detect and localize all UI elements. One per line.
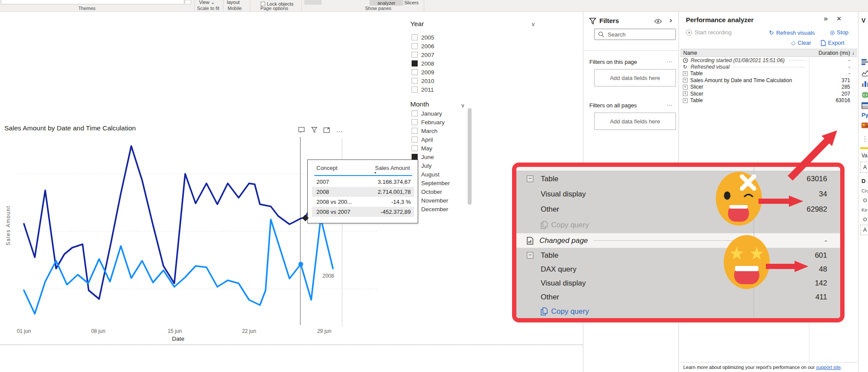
month-option-may[interactable]: May — [412, 144, 432, 153]
perf-row-refreshed-visual[interactable]: ↻ Refreshed visual- — [680, 63, 857, 70]
checkbox[interactable] — [412, 136, 418, 143]
perf-row-recording-started[interactable]: Recording started (01/08/2021 15:51:06)- — [680, 57, 857, 63]
toggle-off-fragment[interactable]: O — [863, 198, 867, 203]
table-visual-icon[interactable] — [861, 102, 868, 109]
checkbox[interactable] — [412, 34, 418, 40]
clear-button[interactable]: ◇ Clear — [791, 40, 811, 46]
perf-grid-header[interactable]: Name Duration (ms) ↓ — [680, 49, 857, 57]
checkbox[interactable] — [412, 78, 418, 84]
bar-chart-visual-icon[interactable] — [861, 59, 868, 66]
series-2008-line[interactable] — [24, 218, 333, 314]
refresh-visuals-button[interactable]: ↻ Refresh visuals — [769, 29, 815, 36]
export-button[interactable]: Export — [821, 40, 845, 46]
close-pane-icon[interactable]: × — [837, 14, 841, 23]
add-fields-dropzone-page[interactable]: Add data fields here — [594, 69, 676, 86]
tooltip-header-underline — [314, 175, 412, 176]
overlay-row-changed-page[interactable]: Changed page - — [516, 233, 840, 248]
collapse-icon[interactable]: − — [527, 252, 533, 259]
toggle-off-fragment[interactable]: O — [863, 217, 867, 222]
chevron-down-icon[interactable]: ∨ — [531, 21, 535, 27]
collapse-icon[interactable]: − — [527, 176, 533, 182]
month-option-january[interactable]: January — [412, 109, 442, 118]
checkbox[interactable] — [412, 128, 418, 134]
analyzer-button-label: analyzer — [377, 0, 396, 6]
drillthrough-label-fragment: D — [861, 178, 865, 184]
view-dropdown[interactable]: View ⌄ — [199, 0, 215, 5]
perf-row-slicer[interactable]: + Slicer285 — [680, 84, 857, 90]
sync-slicers-ribbon-button[interactable]: Slicers — [404, 0, 419, 5]
python-visual-icon[interactable]: Py — [861, 112, 868, 118]
copy-icon — [541, 221, 548, 229]
year-option-2010[interactable]: 2010 — [412, 76, 434, 85]
expand-icon[interactable]: + — [683, 91, 688, 96]
layout-button[interactable]: layout — [227, 0, 239, 5]
add-field-well-fragment[interactable]: A — [860, 162, 868, 173]
year-option-2008[interactable]: 2008 — [412, 59, 434, 68]
col-duration[interactable]: Duration (ms) — [818, 50, 850, 56]
more-options-icon[interactable]: … — [667, 57, 673, 63]
col-name[interactable]: Name — [683, 50, 697, 56]
overlay-row-copy-query-link[interactable]: Copy query — [516, 304, 840, 319]
line-chart-visual-icon[interactable] — [861, 70, 868, 76]
expand-pane-icon[interactable]: » — [824, 14, 828, 23]
themes-gallery-scroll[interactable] — [185, 0, 191, 4]
expand-icon[interactable]: + — [683, 98, 688, 103]
checkbox[interactable] — [412, 43, 418, 49]
expand-icon[interactable]: + — [683, 78, 688, 83]
start-recording-button[interactable]: Start recording — [686, 29, 732, 36]
chart-tooltip: Concept Sales Amount ▼ 20073.166.374,67 … — [307, 159, 418, 223]
perf-row-table-63016[interactable]: + Table63016 — [680, 97, 857, 103]
checkbox[interactable] — [412, 52, 418, 58]
perf-row-table[interactable]: + Table- — [680, 70, 857, 77]
support-site-link[interactable]: support site — [816, 365, 841, 370]
year-option-2011[interactable]: 2011 — [412, 85, 434, 94]
values-label-fragment: Va — [861, 153, 868, 159]
add-fields-dropzone-all[interactable]: Add data fields here — [594, 113, 676, 130]
ribbon-separator — [424, 0, 424, 11]
year-option-2005[interactable]: 2005 — [412, 33, 434, 42]
checkbox[interactable] — [412, 60, 418, 66]
hovered-point-marker — [299, 262, 303, 267]
chevron-down-icon[interactable]: ∨ — [461, 102, 465, 109]
filters-search-box[interactable]: Search — [594, 29, 676, 40]
refresh-visuals-label: Refresh visuals — [776, 30, 815, 36]
star-struck-emoji — [723, 234, 771, 290]
stop-button[interactable]: ◎ Stop — [830, 29, 848, 36]
overlay-row-copy-query-disabled[interactable]: Copy query — [516, 217, 840, 233]
ribbon-cutoff-button[interactable] — [304, 0, 322, 5]
more-options-icon[interactable]: … — [667, 100, 673, 107]
performance-analyzer-ribbon-button[interactable]: analyzer — [369, 0, 403, 6]
add-field-well-fragment[interactable]: A — [860, 225, 868, 235]
month-option-february[interactable]: February — [412, 118, 445, 126]
divider — [680, 362, 857, 362]
overlay-row-other-411[interactable]: Other 411 — [516, 290, 840, 304]
year-option-2006[interactable]: 2006 — [412, 42, 434, 50]
expand-icon[interactable]: + — [683, 71, 688, 76]
shape-map-visual-icon[interactable] — [861, 122, 868, 129]
year-option-2009[interactable]: 2009 — [412, 68, 434, 76]
leader-line — [593, 240, 738, 241]
themes-gallery[interactable] — [1, 0, 184, 4]
visualizations-title-fragment: V — [861, 17, 865, 24]
checkbox[interactable] — [412, 119, 418, 125]
overlay-row-visual-display-142[interactable]: Visual display 142 — [516, 276, 840, 290]
month-option-march[interactable]: March — [412, 126, 438, 135]
checkbox[interactable] — [412, 154, 418, 160]
map-globe-visual-icon[interactable] — [861, 91, 868, 99]
expand-icon[interactable]: + — [683, 85, 688, 90]
year-option-2007[interactable]: 2007 — [412, 50, 434, 59]
arrow-to-48 — [766, 261, 809, 272]
collapse-pane-chevron[interactable]: › — [669, 15, 672, 25]
perf-event-list: Recording started (01/08/2021 15:51:06)-… — [680, 57, 857, 104]
checkbox[interactable] — [412, 86, 418, 93]
perf-row-slicer[interactable]: + Slicer207 — [680, 90, 857, 97]
checkbox[interactable] — [412, 110, 418, 116]
month-option-april[interactable]: April — [412, 135, 433, 144]
column-chart-visual-icon[interactable] — [861, 80, 868, 87]
perf-row-sales-amount-visual[interactable]: + Sales Amount by Date and Time Calculat… — [680, 77, 857, 83]
series-2007-line[interactable] — [24, 146, 327, 299]
checkbox[interactable] — [412, 145, 418, 151]
month-slicer-scrollbar[interactable] — [468, 108, 472, 205]
checkbox[interactable] — [412, 69, 418, 75]
eye-icon[interactable] — [654, 19, 662, 24]
